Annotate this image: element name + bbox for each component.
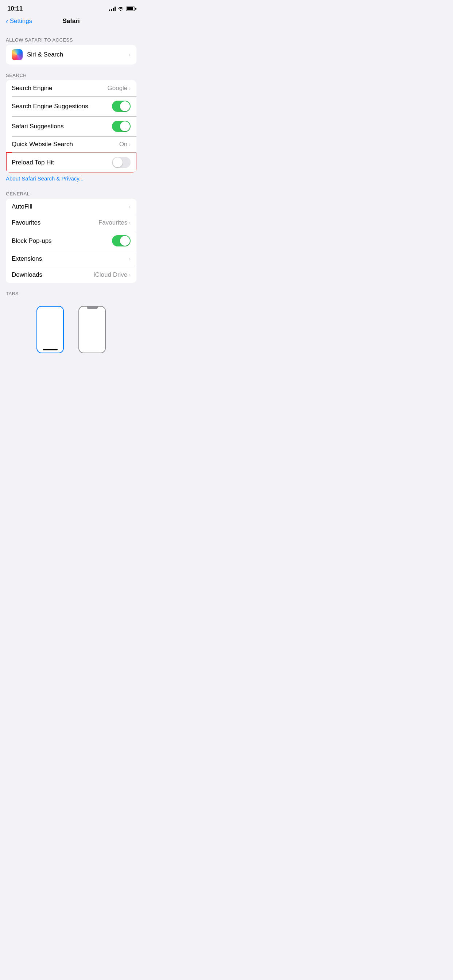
extensions-label: Extensions	[12, 255, 42, 262]
row-safari-suggestions[interactable]: Safari Suggestions	[6, 116, 136, 136]
row-search-engine-suggestions[interactable]: Search Engine Suggestions	[6, 96, 136, 116]
preload-top-hit-toggle[interactable]	[112, 157, 131, 168]
section-allow-access: ALLOW SAFARI TO ACCESS Siri & Search ›	[0, 37, 142, 65]
status-time: 10:11	[7, 5, 22, 13]
nav-bar: ‹ Settings Safari	[0, 14, 142, 29]
section-search: SEARCH Search Engine Google › Search Eng…	[0, 73, 142, 183]
favourites-value: Favourites ›	[99, 219, 131, 226]
favourites-label: Favourites	[12, 219, 40, 226]
back-label: Settings	[10, 18, 32, 25]
tabs-illustration	[0, 299, 142, 357]
downloads-value: iCloud Drive ›	[94, 271, 131, 278]
back-chevron-icon: ‹	[6, 18, 8, 25]
quick-website-search-value: On ›	[119, 141, 131, 148]
phone-tab-layout-standard[interactable]	[78, 306, 106, 353]
row-autofill[interactable]: AutoFill ›	[6, 199, 136, 215]
back-button[interactable]: ‹ Settings	[6, 18, 32, 25]
row-search-engine[interactable]: Search Engine Google ›	[6, 80, 136, 96]
battery-icon	[126, 6, 135, 11]
siri-search-chevron: ›	[129, 52, 131, 57]
phone-tab-layout-active[interactable]	[37, 306, 64, 353]
signal-bars-icon	[109, 6, 116, 11]
safari-suggestions-toggle[interactable]	[112, 121, 131, 132]
status-bar: 10:11	[0, 0, 142, 14]
row-block-popups[interactable]: Block Pop-ups	[6, 231, 136, 251]
row-favourites[interactable]: Favourites Favourites ›	[6, 215, 136, 231]
section-tabs: TABS	[0, 291, 142, 357]
section-general: GENERAL AutoFill › Favourites Favourites…	[0, 191, 142, 283]
card-general: AutoFill › Favourites Favourites › Block…	[6, 199, 136, 283]
search-engine-value: Google ›	[108, 84, 131, 92]
extensions-chevron: ›	[129, 256, 131, 262]
section-header-allow-access: ALLOW SAFARI TO ACCESS	[0, 37, 142, 45]
siri-search-label: Siri & Search	[27, 51, 63, 58]
siri-icon	[12, 49, 22, 60]
row-preload-top-hit[interactable]: Preload Top Hit	[6, 153, 136, 172]
row-siri-search[interactable]: Siri & Search ›	[6, 45, 136, 65]
row-extensions[interactable]: Extensions ›	[6, 251, 136, 267]
preload-top-hit-label: Preload Top Hit	[12, 159, 54, 166]
row-downloads[interactable]: Downloads iCloud Drive ›	[6, 267, 136, 283]
row-quick-website-search[interactable]: Quick Website Search On ›	[6, 136, 136, 153]
search-engine-suggestions-toggle[interactable]	[112, 100, 131, 112]
search-privacy-link[interactable]: About Safari Search & Privacy...	[0, 172, 142, 183]
status-icons	[109, 6, 135, 11]
autofill-label: AutoFill	[12, 203, 32, 210]
quick-website-search-label: Quick Website Search	[12, 141, 73, 148]
autofill-chevron: ›	[129, 204, 131, 210]
page-title: Safari	[62, 18, 80, 25]
block-popups-label: Block Pop-ups	[12, 237, 52, 245]
section-header-general: GENERAL	[0, 191, 142, 199]
card-allow-access: Siri & Search ›	[6, 45, 136, 65]
card-search: Search Engine Google › Search Engine Sug…	[6, 80, 136, 172]
safari-suggestions-label: Safari Suggestions	[12, 123, 64, 130]
search-engine-label: Search Engine	[12, 84, 53, 92]
downloads-label: Downloads	[12, 271, 42, 278]
section-header-search: SEARCH	[0, 73, 142, 80]
block-popups-toggle[interactable]	[112, 235, 131, 247]
section-header-tabs: TABS	[0, 291, 142, 299]
wifi-icon	[118, 6, 124, 11]
search-engine-suggestions-label: Search Engine Suggestions	[12, 103, 88, 110]
